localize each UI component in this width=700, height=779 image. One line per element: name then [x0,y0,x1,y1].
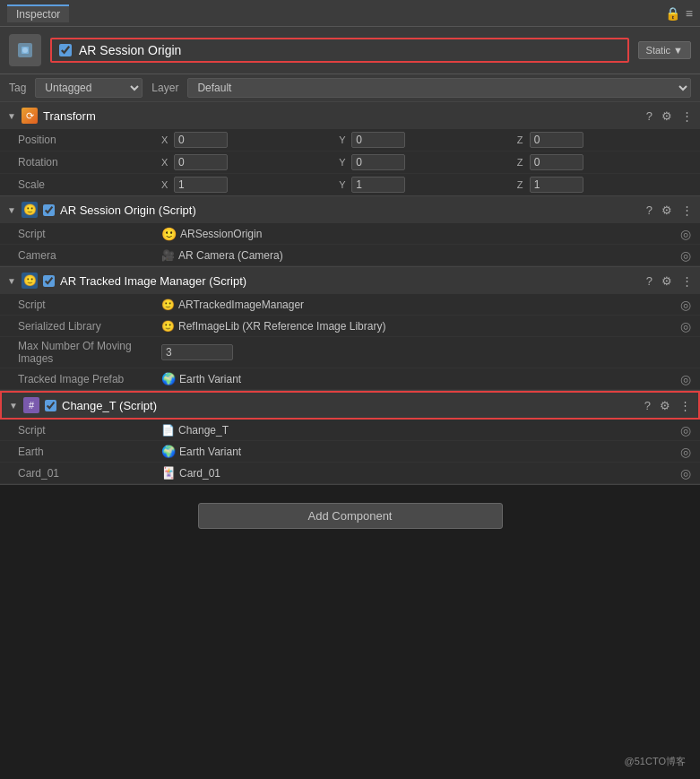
change-t-header[interactable]: ▼ # Change_T (Script) ? ⚙ ⋮ [0,391,700,420]
change-t-properties: Script 📄 Change_T ◎ Earth 🌍 Earth Varian… [0,420,700,484]
scale-y-input[interactable] [351,177,405,193]
ar-tracked-serialized-pick-icon[interactable]: ◎ [680,319,691,333]
inspector-icons: 🔒 ≡ [665,6,693,21]
layer-label: Layer [151,82,178,94]
transform-menu-icon[interactable]: ⋮ [681,109,693,123]
change-t-script-row: Script 📄 Change_T ◎ [0,420,700,441]
ar-session-camera-label: Camera [18,249,161,262]
inspector-tab[interactable]: Inspector [7,4,69,22]
change-t-menu-icon[interactable]: ⋮ [679,399,691,412]
ar-session-title: AR Session Origin (Script) [60,203,641,217]
rotation-x-field: X [161,154,335,170]
static-button[interactable]: Static ▼ [638,41,691,59]
change-t-script-pick-icon[interactable]: ◎ [680,423,691,437]
ar-session-camera-pick-icon[interactable]: ◎ [680,248,691,263]
position-value: X Y Z [161,132,691,148]
scale-label: Scale [18,178,161,191]
position-z-input[interactable] [530,132,583,148]
change-t-card-row: Card_01 🃏 Card_01 ◎ [0,463,700,484]
ar-tracked-script-value: 🙂 ARTrackedImageManager ◎ [161,298,691,312]
tag-select[interactable]: Untagged [35,78,143,98]
object-active-checkbox[interactable] [59,44,72,56]
ar-session-script-row: Script 🙂 ARSessionOrigin ◎ [0,223,700,245]
rotation-x-input[interactable] [174,154,228,170]
ar-session-script-header[interactable]: ▼ 🙂 AR Session Origin (Script) ? ⚙ ⋮ [0,196,700,223]
ar-session-checkbox[interactable] [43,204,55,216]
ar-tracked-image-header[interactable]: ▼ 🙂 AR Tracked Image Manager (Script) ? … [0,267,700,294]
change-t-earth-label: Earth [18,446,161,458]
ar-tracked-prefab-name: Earth Variant [179,373,241,385]
rotation-z-input[interactable] [530,154,583,170]
object-header: AR Session Origin Static ▼ [0,27,700,74]
ar-tracked-script-label: Script [18,299,161,311]
change-t-earth-value: 🌍 Earth Variant ◎ [161,445,691,459]
transform-header[interactable]: ▼ ⟳ Transform ? ⚙ ⋮ [0,102,700,129]
scale-z-input[interactable] [530,177,583,193]
position-y-input[interactable] [351,132,405,148]
ar-session-help-icon[interactable]: ? [646,203,652,217]
ar-session-properties: Script 🙂 ARSessionOrigin ◎ Camera 🎥 AR C… [0,223,700,266]
layer-select[interactable]: Default [187,78,691,98]
change-t-card-value: 🃏 Card_01 ◎ [161,466,691,480]
ar-tracked-settings-icon[interactable]: ⚙ [661,274,672,288]
ar-tracked-script-pick-icon[interactable]: ◎ [680,298,691,312]
ar-tracked-serialized-label: Serialized Library [18,320,161,333]
change-t-earth-name: Earth Variant [179,446,241,458]
earth-prefab-icon: 🌍 [161,372,176,385]
ar-session-script-value: 🙂 ARSessionOrigin ◎ [161,227,691,241]
serialized-lib-icon: 🙂 [161,320,175,333]
ar-tracked-title: AR Tracked Image Manager (Script) [60,274,641,288]
ar-tracked-checkbox[interactable] [43,275,55,287]
scale-value: X Y Z [161,177,691,193]
ar-tracked-icon: 🙂 [22,273,38,289]
tag-layer-row: Tag Untagged Layer Default [0,74,700,102]
menu-icon[interactable]: ≡ [686,6,693,21]
ar-tracked-script-icon: 🙂 [161,299,175,311]
svg-point-2 [22,48,28,53]
change-t-script-value: 📄 Change_T ◎ [161,423,691,437]
position-x-input[interactable] [174,132,228,148]
change-t-help-icon[interactable]: ? [644,399,651,412]
scale-z-field: Z [517,177,691,193]
z-label: Z [517,134,528,145]
ar-tracked-prefab-row: Tracked Image Prefab 🌍 Earth Variant ◎ [0,368,700,390]
ar-session-settings-icon[interactable]: ⚙ [661,203,672,217]
sx-label: X [161,179,172,190]
rotation-row: Rotation X Y Z [0,151,700,174]
transform-title: Transform [43,109,641,123]
scale-x-input[interactable] [174,177,228,193]
lock-icon[interactable]: 🔒 [665,6,680,21]
ar-session-script-label: Script [18,228,161,240]
position-x-field: X [161,132,335,148]
position-z-field: Z [517,132,691,148]
ar-tracked-prefab-pick-icon[interactable]: ◎ [680,372,691,386]
inspector-header: Inspector 🔒 ≡ [0,0,700,27]
scale-row: Scale X Y Z [0,174,700,195]
change-t-earth-pick-icon[interactable]: ◎ [680,445,691,459]
change-t-card-name: Card_01 [179,467,220,480]
rotation-y-input[interactable] [351,154,405,170]
rotation-y-field: Y [339,154,513,170]
change-t-chevron: ▼ [9,401,18,411]
ar-tracked-menu-icon[interactable]: ⋮ [681,274,693,288]
rx-label: X [161,157,172,168]
ar-session-script-name: ARSessionOrigin [180,228,262,240]
ar-session-script-pick-icon[interactable]: ◎ [680,227,691,241]
ar-session-actions: ? ⚙ ⋮ [646,203,693,217]
add-component-button[interactable]: Add Component [198,503,503,529]
max-images-input[interactable] [161,344,233,360]
ar-tracked-help-icon[interactable]: ? [646,274,652,288]
ar-session-menu-icon[interactable]: ⋮ [681,203,693,217]
sz-label: Z [517,179,528,190]
change-t-checkbox[interactable] [45,400,56,411]
change-t-settings-icon[interactable]: ⚙ [660,399,670,412]
transform-chevron: ▼ [7,111,16,121]
object-name: AR Session Origin [79,43,181,57]
static-label: Static [646,45,671,56]
transform-settings-icon[interactable]: ⚙ [661,109,672,123]
change-t-section: ▼ # Change_T (Script) ? ⚙ ⋮ Script 📄 Cha… [0,391,700,485]
change-t-card-pick-icon[interactable]: ◎ [680,466,691,480]
transform-help-icon[interactable]: ? [646,109,652,123]
ry-label: Y [339,157,350,168]
ar-tracked-image-section: ▼ 🙂 AR Tracked Image Manager (Script) ? … [0,267,700,391]
